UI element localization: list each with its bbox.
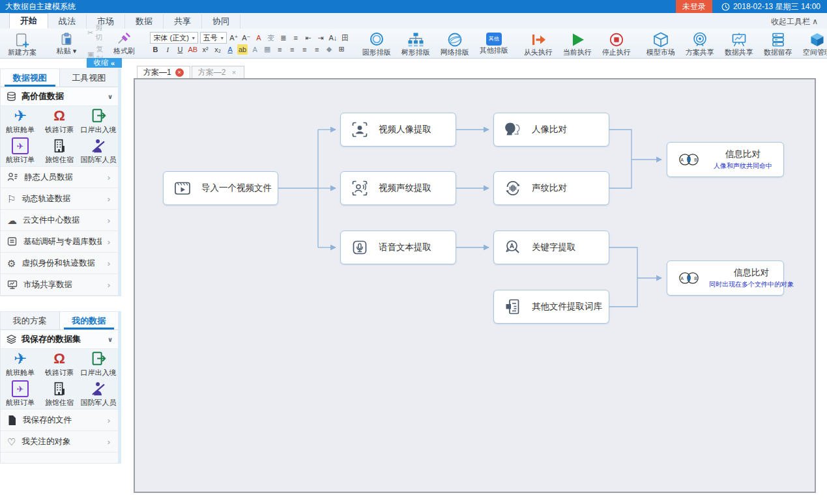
node-face-extract[interactable]: 视频人像提取 — [340, 113, 456, 147]
plan-share-button[interactable]: 方案共享 — [680, 30, 719, 57]
dataset-military-personnel[interactable]: 国防军人员 — [79, 136, 118, 166]
node-import-video[interactable]: 导入一个视频文件 — [163, 171, 278, 205]
dataset-military-personnel[interactable]: 国防军人员 — [79, 379, 118, 409]
saved-datasets-header[interactable]: 我保存的数据集 ∨ — [1, 330, 118, 349]
font-size-select[interactable]: 五号▾ — [200, 32, 227, 44]
font-family-select[interactable]: 宋体 (正文)▾ — [150, 32, 197, 44]
category-virtual-identity[interactable]: ⚙ 虚拟身份和轨迹数据› — [1, 253, 118, 274]
char-shading-button[interactable]: A — [250, 44, 260, 55]
cut-button[interactable]: ✂剪切 — [87, 23, 103, 42]
numbered-list-button[interactable]: ≡ — [291, 33, 301, 43]
dataset-hotel-stay[interactable]: 旅馆住宿 — [40, 379, 79, 409]
circle-layout-button[interactable]: 圆形排版 — [357, 30, 396, 57]
table-button[interactable]: 田 — [340, 33, 351, 43]
bullet-list-button[interactable]: ≣ — [278, 33, 289, 43]
node-voice-extract[interactable]: 视频声纹提取 — [340, 171, 456, 205]
new-plan-button[interactable]: 新建方案 — [3, 30, 42, 57]
category-static-person[interactable]: 静态人员数据› — [1, 167, 118, 188]
dataset-border-entry[interactable]: 口岸出入境 — [79, 349, 118, 379]
plan-tab-1[interactable]: 方案—1 × — [137, 66, 190, 78]
clock-icon — [721, 3, 730, 11]
paste-button[interactable]: 粘贴 ▾ — [47, 30, 86, 57]
format-painter-button[interactable]: 格式刷 — [104, 30, 143, 57]
other-layout-button[interactable]: 其他 其他排版 — [474, 30, 514, 57]
shrink-font-button[interactable]: A⁻ — [241, 33, 252, 43]
align-right-button[interactable]: ≡ — [299, 44, 310, 55]
underline-button[interactable]: U — [175, 44, 185, 55]
align-left-button[interactable]: ≡ — [274, 44, 285, 55]
font-color-button[interactable]: A — [225, 44, 235, 55]
plan-tab-2[interactable]: 方案—2 × — [192, 66, 245, 78]
category-market-share-data[interactable]: 市场共享数据› — [1, 274, 118, 296]
data-retain-button[interactable]: 数据留存 — [759, 30, 798, 57]
my-watched-objects-row[interactable]: ♡ 我关注的对象› — [1, 431, 118, 453]
dataset-hotel-stay[interactable]: 旅馆住宿 — [40, 136, 79, 166]
align-center-button[interactable]: ≡ — [287, 44, 297, 55]
data-share-button[interactable]: 数据共享 — [719, 30, 759, 57]
justify-button[interactable]: ≡ — [312, 44, 322, 55]
tab-data-view[interactable]: 数据视图 — [1, 69, 60, 87]
dataset-flight-manifest[interactable]: ✈航班舱单 — [1, 106, 40, 136]
dataset-border-entry[interactable]: 口岸出入境 — [79, 106, 118, 136]
copy-icon: ▣ — [87, 50, 94, 59]
italic-button[interactable]: I — [162, 44, 173, 55]
ribbon-tab-collab[interactable]: 协同 — [202, 14, 240, 29]
superscript-button[interactable]: x² — [200, 44, 210, 55]
dataset-rail-ticket[interactable]: Ω铁路订票 — [40, 106, 79, 136]
ribbon-tab-share[interactable]: 共享 — [164, 14, 202, 29]
ribbon-tab-start[interactable]: 开始 — [9, 13, 48, 29]
chevron-down-icon: ∨ — [108, 93, 113, 100]
ribbon-tab-tactics[interactable]: 战法 — [48, 14, 87, 29]
network-layout-button[interactable]: 网络排版 — [435, 30, 474, 57]
my-saved-files-row[interactable]: 我保存的文件› — [1, 410, 118, 431]
cube-filled-icon — [809, 31, 826, 48]
sidebar-collapse-button[interactable]: 收缩 « — [87, 58, 122, 68]
dataset-flight-order[interactable]: ✈航班订单 — [1, 136, 40, 166]
tree-layout-button[interactable]: 树形排版 — [396, 30, 435, 57]
tab-tool-view[interactable]: 工具视图 — [60, 69, 119, 87]
node-info-compare-1[interactable]: AB 信息比对 人像和声纹共同命中 — [667, 142, 784, 177]
close-tab-icon[interactable]: × — [229, 68, 238, 77]
space-manage-button[interactable]: 空间管理 — [798, 30, 827, 57]
subscript-button[interactable]: x₂ — [212, 44, 223, 55]
tab-my-data[interactable]: 我的数据 — [60, 312, 119, 329]
dataset-rail-ticket[interactable]: Ω铁路订票 — [40, 349, 79, 379]
run-current-button[interactable]: 当前执行 — [558, 30, 597, 57]
sort-button[interactable]: A↓ — [328, 33, 338, 43]
run-from-start-button[interactable]: 从头执行 — [519, 30, 558, 57]
text-effects-button[interactable]: A — [254, 33, 264, 43]
increase-indent-button[interactable]: ⇥ — [315, 33, 326, 43]
decrease-indent-button[interactable]: ⇤ — [303, 33, 313, 43]
caret-icon: ▾ — [73, 47, 77, 55]
strikethrough-button[interactable]: AB — [187, 44, 198, 55]
bold-button[interactable]: B — [150, 44, 160, 55]
highlight-button[interactable]: ab — [237, 44, 248, 55]
dataset-flight-manifest[interactable]: ✈航班舱单 — [1, 349, 40, 379]
node-speech-to-text[interactable]: 语音文本提取 — [340, 231, 456, 264]
node-face-compare[interactable]: 人像比对 — [493, 113, 609, 147]
grow-font-button[interactable]: A⁺ — [229, 33, 239, 43]
flag-icon: ⚐ — [7, 194, 16, 204]
change-case-button[interactable]: 变 — [266, 33, 276, 43]
node-other-files-lexicon[interactable]: 其他文件提取词库 — [493, 290, 609, 324]
high-value-data-header[interactable]: 高价值数据 ∨ — [1, 87, 118, 106]
stop-run-button[interactable]: 停止执行 — [597, 30, 636, 57]
node-info-compare-2[interactable]: AB 信息比对 同时出现在多个文件中的对象 — [667, 260, 784, 296]
fill-color-button[interactable]: ◆ — [324, 44, 334, 55]
node-voice-compare[interactable]: 声纹比对 — [493, 171, 609, 205]
category-cloud-files[interactable]: ☁ 云文件中心数据› — [1, 210, 118, 231]
close-tab-icon[interactable]: × — [175, 68, 184, 77]
login-status-badge[interactable]: 未登录 — [676, 0, 712, 13]
tab-my-plans[interactable]: 我的方案 — [1, 312, 60, 329]
ribbon-tab-data[interactable]: 数据 — [125, 14, 164, 29]
node-keyword-extract[interactable]: 关键字提取 — [493, 231, 609, 264]
chevron-down-icon: ∨ — [108, 336, 113, 343]
category-survey-library[interactable]: 基础调研与专题库数据› — [1, 231, 118, 253]
dataset-flight-order[interactable]: ✈航班订单 — [1, 379, 40, 409]
workflow-canvas[interactable]: 导入一个视频文件 视频人像提取 人像比对 视频声纹提取 声纹比对 语音文本提取 … — [134, 78, 816, 493]
model-market-button[interactable]: 模型市场 — [641, 30, 680, 57]
borders-button[interactable]: ⊞ — [336, 44, 347, 55]
category-dynamic-track[interactable]: ⚐ 动态轨迹数据› — [1, 188, 118, 210]
char-border-button[interactable]: ▦ — [262, 44, 272, 55]
collapse-toolbar-button[interactable]: 收起工具栏 ∧ — [771, 14, 818, 29]
